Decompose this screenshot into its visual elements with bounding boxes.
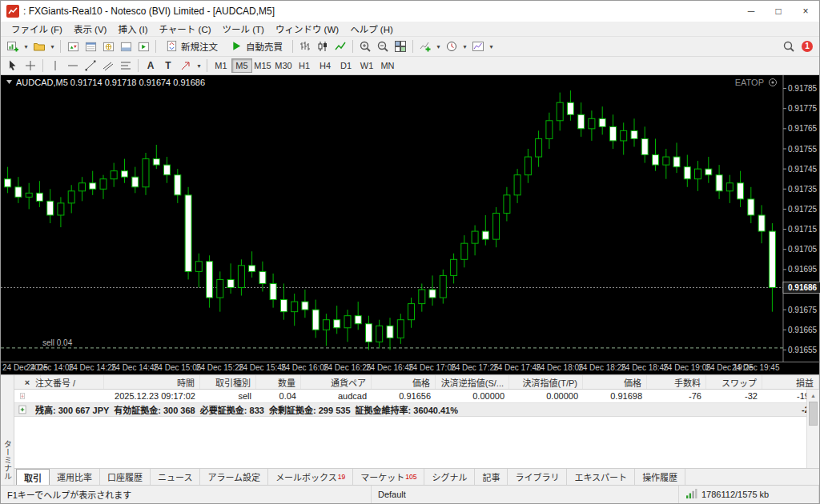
svg-text:0.91745: 0.91745	[788, 165, 818, 174]
maximize-button[interactable]: □	[765, 1, 792, 22]
tab-exposure[interactable]: 運用比率	[50, 469, 100, 485]
col-price[interactable]: 価格	[583, 375, 647, 389]
profiles-caret-icon[interactable]: ▾	[48, 38, 57, 54]
balance-row[interactable]: 残高: 300 667 JPY 有効証拠金: 300 368 必要証拠金: 83…	[14, 402, 819, 417]
col-tp[interactable]: 決済指値(T/P)	[509, 375, 583, 389]
templates-caret-icon[interactable]: ▾	[487, 38, 496, 54]
window-title: : FXGiants-Real10 - Notesco (BVI) Limite…	[23, 6, 275, 17]
periods-caret-icon[interactable]: ▾	[460, 38, 469, 54]
tab-experts[interactable]: エキスパート	[567, 469, 635, 485]
tab-library[interactable]: ライブラリ	[508, 469, 567, 485]
col-sl[interactable]: 決済逆指値(S/...	[436, 375, 509, 389]
svg-text:24 Dec 14:05: 24 Dec 14:05	[26, 363, 74, 372]
navigator-button[interactable]	[99, 38, 117, 54]
new-chart-button[interactable]	[4, 38, 22, 54]
close-button[interactable]: ×	[792, 1, 819, 22]
menu-tools[interactable]: ツール (T)	[217, 22, 270, 36]
arrows-caret-icon[interactable]: ▾	[195, 58, 203, 74]
scroll-up-icon[interactable]: ▲	[807, 390, 819, 401]
order-swap-value: -32	[706, 390, 762, 402]
tab-news[interactable]: ニュース	[151, 469, 200, 485]
zoom-out-button[interactable]	[374, 38, 392, 54]
svg-text:0.91765: 0.91765	[788, 124, 818, 133]
timeframe-m5-button[interactable]: M5	[231, 58, 252, 73]
menu-view[interactable]: 表示 (V)	[68, 22, 113, 36]
tile-windows-button[interactable]	[392, 38, 409, 54]
col-volume[interactable]: 数量	[256, 375, 301, 389]
text-tool-label: A	[147, 60, 155, 71]
open-order-row[interactable]: 2025.12.23 09:17:02 sell 0.04 audcad 0.9…	[14, 390, 819, 402]
timeframe-m1-button[interactable]: M1	[211, 58, 231, 73]
status-connection[interactable]: 1786112/1575 kb	[679, 486, 819, 503]
order-time-value: 2025.12.23 09:17:02	[104, 390, 200, 402]
tab-signals[interactable]: シグナル	[424, 469, 475, 485]
templates-button[interactable]	[469, 38, 487, 54]
arrows-tool-button[interactable]	[177, 58, 195, 74]
cursor-tool-button[interactable]	[4, 58, 22, 74]
svg-text:0.91775: 0.91775	[788, 104, 818, 113]
timeframe-mn-button[interactable]: MN	[377, 58, 398, 73]
strategy-tester-button[interactable]	[135, 38, 152, 54]
timeframe-h1-button[interactable]: H1	[294, 58, 315, 73]
line-chart-button[interactable]	[332, 38, 349, 54]
col-type[interactable]: 取引種別	[200, 375, 256, 389]
svg-text:0.91675: 0.91675	[788, 306, 818, 314]
new-order-button[interactable]: 新規注文	[159, 38, 224, 55]
crosshair-tool-button[interactable]	[22, 58, 39, 74]
terminal-panel: ターミナル × 注文番号 / 時間 取引種別 数量 通貨ペア 価格 決済逆指値(…	[1, 374, 819, 485]
market-watch-button[interactable]	[64, 38, 82, 54]
tab-journal[interactable]: 操作履歴	[635, 469, 685, 485]
col-time[interactable]: 時間	[104, 375, 200, 389]
col-commission[interactable]: 手数料	[647, 375, 706, 389]
tab-mailbox[interactable]: メールボックス19	[268, 469, 353, 485]
profiles-button[interactable]	[30, 38, 48, 54]
text-label-tool-button[interactable]: T	[159, 58, 177, 74]
terminal-vertical-scrollbar[interactable]: ▲	[806, 390, 819, 468]
autotrading-button[interactable]: 自動売買	[224, 38, 289, 55]
tab-market[interactable]: マーケット105	[353, 469, 424, 485]
candlestick-chart-button[interactable]	[314, 38, 332, 54]
periods-button[interactable]	[443, 38, 460, 54]
zoom-in-button[interactable]	[356, 38, 374, 54]
tab-account-history[interactable]: 口座履歴	[100, 469, 151, 485]
indicators-caret-icon[interactable]: ▾	[434, 38, 443, 54]
channel-tool-button[interactable]	[99, 58, 117, 74]
minimize-button[interactable]: ─	[738, 1, 765, 22]
col-order-number[interactable]: 注文番号 /	[30, 375, 104, 389]
menu-chart[interactable]: チャート (C)	[153, 22, 216, 36]
trendline-tool-button[interactable]	[82, 58, 99, 74]
col-open-price[interactable]: 価格	[372, 375, 436, 389]
tab-articles[interactable]: 記事	[475, 469, 508, 485]
price-chart-canvas[interactable]: 0.917850.917750.917650.917550.917450.917…	[1, 75, 820, 374]
timeframe-w1-button[interactable]: W1	[356, 58, 377, 73]
status-profile[interactable]: Default	[372, 486, 679, 503]
menu-window[interactable]: ウィンドウ (W)	[270, 22, 344, 36]
terminal-panel-button[interactable]	[117, 38, 135, 54]
timeframe-m30-button[interactable]: M30	[273, 58, 294, 73]
data-window-button[interactable]	[82, 38, 99, 54]
col-swap[interactable]: スワップ	[706, 375, 762, 389]
col-profit[interactable]: 損益	[762, 375, 819, 389]
order-price-value: 0.91698	[583, 390, 647, 402]
timeframe-h4-button[interactable]: H4	[315, 58, 336, 73]
bar-chart-button[interactable]	[296, 38, 314, 54]
toolbar-separator	[412, 40, 413, 53]
new-chart-caret-icon[interactable]: ▾	[22, 38, 30, 54]
scrollbar-thumb[interactable]	[809, 402, 818, 426]
horizontal-line-tool-button[interactable]	[64, 58, 82, 74]
timeframe-d1-button[interactable]: D1	[336, 58, 356, 73]
fibonacci-tool-button[interactable]	[117, 58, 135, 74]
notification-badge[interactable]: 1	[802, 41, 813, 52]
menu-file[interactable]: ファイル (F)	[6, 22, 68, 36]
chart-area[interactable]: 0.917850.917750.917650.917550.917450.917…	[1, 75, 819, 374]
col-symbol[interactable]: 通貨ペア	[301, 375, 372, 389]
tab-trade[interactable]: 取引	[16, 469, 50, 485]
tab-alerts[interactable]: アラーム設定	[200, 469, 268, 485]
text-tool-button[interactable]: A	[142, 58, 159, 74]
timeframe-m15-button[interactable]: M15	[252, 58, 273, 73]
indicators-button[interactable]	[416, 38, 434, 54]
menu-help[interactable]: ヘルプ (H)	[344, 22, 399, 36]
menu-insert[interactable]: 挿入 (I)	[112, 22, 153, 36]
vertical-line-tool-button[interactable]	[46, 58, 64, 74]
search-button[interactable]	[780, 38, 798, 54]
